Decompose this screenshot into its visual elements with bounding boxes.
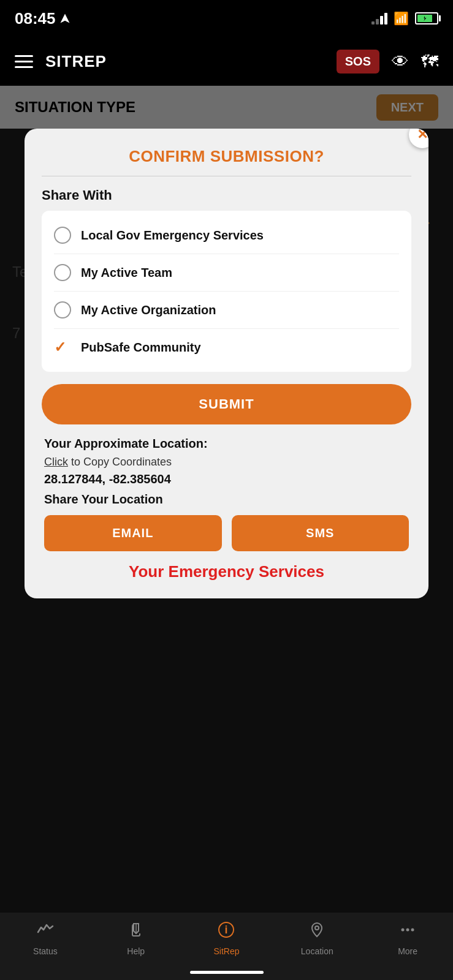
location-section: Your Approximate Location: Click to Copy…	[42, 437, 411, 581]
email-button[interactable]: EMAIL	[44, 515, 222, 551]
svg-point-3	[315, 926, 319, 930]
help-nav-label: Help	[127, 946, 145, 956]
option-label-active-team: My Active Team	[81, 266, 172, 280]
status-nav-label: Status	[33, 946, 58, 956]
status-icon	[37, 921, 54, 943]
map-icon[interactable]: 🗺	[421, 51, 438, 72]
coordinates-value[interactable]: 28.127844, -82.385604	[44, 472, 409, 486]
nav-item-more[interactable]: More	[362, 921, 453, 956]
bottom-nav: Status Help i SitRep Locati	[0, 913, 453, 980]
svg-point-5	[406, 929, 409, 932]
location-nav-label: Location	[301, 946, 333, 956]
status-icons: 📶	[371, 11, 438, 26]
modal-divider	[42, 176, 411, 176]
share-option-pubsafe[interactable]: ✓ PubSafe Community	[54, 329, 399, 366]
help-icon	[128, 921, 145, 943]
copy-coords-text[interactable]: Click to Copy Coordinates	[44, 456, 409, 469]
svg-marker-0	[424, 16, 426, 21]
status-time: 08:45	[15, 9, 70, 28]
approximate-location-title: Your Approximate Location:	[44, 437, 409, 451]
share-options-container: Local Gov Emergency Services My Active T…	[42, 211, 411, 372]
click-to-copy-link[interactable]: Click	[44, 456, 68, 468]
wifi-icon: 📶	[394, 11, 409, 26]
modal-title: CONFIRM SUBMISSION?	[42, 147, 411, 166]
nav-item-sitrep[interactable]: i SitRep	[181, 921, 272, 956]
radio-active-org[interactable]	[54, 301, 71, 318]
radio-active-team[interactable]	[54, 264, 71, 281]
signal-icon	[371, 12, 387, 24]
share-option-active-team[interactable]: My Active Team	[54, 254, 399, 292]
sitrep-icon: i	[218, 921, 235, 943]
svg-point-6	[411, 929, 414, 932]
app-title: SITREP	[45, 52, 107, 71]
time-display: 08:45	[15, 9, 56, 28]
confirm-submission-modal: ✕ CONFIRM SUBMISSION? Share With Local G…	[25, 129, 428, 598]
nav-item-status[interactable]: Status	[0, 921, 91, 956]
more-nav-label: More	[398, 946, 417, 956]
svg-point-4	[402, 929, 405, 932]
checkmark-pubsafe: ✓	[54, 339, 71, 356]
submit-button[interactable]: SUBMIT	[42, 384, 411, 424]
share-location-buttons: EMAIL SMS	[44, 515, 409, 551]
hamburger-menu[interactable]	[15, 55, 33, 68]
battery-icon	[415, 12, 438, 24]
app-header: SITREP SOS 👁 🗺	[0, 37, 453, 86]
header-actions: SOS 👁 🗺	[337, 50, 438, 74]
emergency-services-title: Your Emergency Services	[44, 562, 409, 581]
copy-coords-rest: to Copy Coordinates	[68, 456, 172, 468]
eye-icon[interactable]: 👁	[392, 51, 409, 72]
share-location-label: Share Your Location	[44, 492, 409, 507]
location-nav-icon	[308, 921, 325, 943]
status-bar: 08:45 📶	[0, 0, 453, 37]
modal-close-button[interactable]: ✕	[409, 129, 428, 148]
location-arrow-icon	[59, 13, 70, 24]
nav-item-help[interactable]: Help	[91, 921, 181, 956]
sms-button[interactable]: SMS	[232, 515, 409, 551]
more-icon	[399, 921, 416, 943]
nav-item-location[interactable]: Location	[272, 921, 362, 956]
sitrep-nav-label: SitRep	[213, 946, 239, 956]
option-label-local-gov: Local Gov Emergency Services	[81, 228, 264, 243]
svg-text:i: i	[225, 924, 228, 936]
sos-button[interactable]: SOS	[337, 50, 379, 74]
option-label-active-org: My Active Organization	[81, 303, 216, 317]
home-indicator	[190, 971, 264, 974]
share-option-local-gov[interactable]: Local Gov Emergency Services	[54, 217, 399, 254]
radio-local-gov[interactable]	[54, 227, 71, 244]
option-label-pubsafe: PubSafe Community	[81, 341, 201, 355]
share-option-active-org[interactable]: My Active Organization	[54, 292, 399, 329]
share-with-label: Share With	[42, 187, 411, 203]
